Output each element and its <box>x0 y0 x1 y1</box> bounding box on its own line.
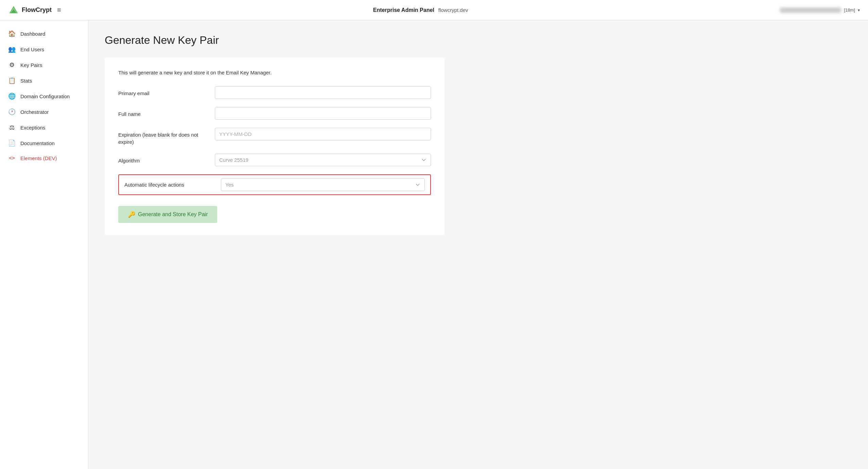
sidebar-item-documentation[interactable]: 📄 Documentation <box>0 135 88 151</box>
panel-title: Enterprise Admin Panel <box>373 7 434 13</box>
lifecycle-actions-control: Yes No <box>221 178 425 191</box>
expiration-control <box>215 128 431 140</box>
header-right: [18m] ▾ <box>780 7 860 13</box>
expiration-input[interactable] <box>215 128 431 140</box>
generate-store-button[interactable]: 🔑 Generate and Store Key Pair <box>118 206 217 223</box>
orchestrator-icon: 🕐 <box>8 108 16 116</box>
sidebar-item-stats[interactable]: 📋 Stats <box>0 73 88 88</box>
sidebar-label-orchestrator: Orchestrator <box>20 109 49 115</box>
home-icon: 🏠 <box>8 30 16 37</box>
sidebar-label-domain-configuration: Domain Configuration <box>20 93 70 99</box>
sidebar-label-dashboard: Dashboard <box>20 31 45 37</box>
form-card: This will generate a new key and store i… <box>105 57 445 235</box>
full-name-row: Full name <box>118 107 431 120</box>
sidebar-item-key-pairs[interactable]: ⚙ Key Pairs <box>0 57 88 73</box>
primary-email-input[interactable] <box>215 86 431 99</box>
generate-store-label: Generate and Store Key Pair <box>138 211 208 218</box>
user-email-blur <box>780 7 841 13</box>
logo-text: FlowCrypt <box>22 6 52 14</box>
lifecycle-actions-row: Automatic lifecycle actions Yes No <box>118 174 431 195</box>
sidebar-label-elements-dev: Elements (DEV) <box>20 155 57 161</box>
sidebar-item-domain-configuration[interactable]: 🌐 Domain Configuration <box>0 88 88 104</box>
main-content: Generate New Key Pair This will generate… <box>88 20 868 469</box>
exceptions-icon: ⚖ <box>8 124 16 131</box>
form-description: This will generate a new key and store i… <box>118 70 431 75</box>
expiration-row: Expiration (leave blank for does not exp… <box>118 128 431 145</box>
users-icon: 👥 <box>8 46 16 53</box>
page-title: Generate New Key Pair <box>105 34 852 47</box>
header-left: FlowCrypt ≡ <box>8 5 61 16</box>
sidebar-label-exceptions: Exceptions <box>20 125 45 131</box>
header-domain: flowcrypt.dev <box>438 7 468 13</box>
dev-icon: <> <box>8 155 16 161</box>
full-name-control <box>215 107 431 120</box>
sidebar-item-dashboard[interactable]: 🏠 Dashboard <box>0 26 88 41</box>
key-icon: 🔑 <box>128 211 135 218</box>
expiration-label: Expiration (leave blank for does not exp… <box>118 128 207 145</box>
logo-icon <box>8 5 19 16</box>
globe-icon: 🌐 <box>8 92 16 100</box>
primary-email-control <box>215 86 431 99</box>
sidebar-label-stats: Stats <box>20 78 32 84</box>
sidebar-item-orchestrator[interactable]: 🕐 Orchestrator <box>0 104 88 120</box>
sidebar-label-key-pairs: Key Pairs <box>20 62 42 68</box>
full-name-label: Full name <box>118 107 207 118</box>
primary-email-label: Primary email <box>118 86 207 97</box>
lifecycle-actions-select[interactable]: Yes No <box>221 178 425 191</box>
layout: 🏠 Dashboard 👥 End Users ⚙ Key Pairs 📋 St… <box>0 20 868 469</box>
algorithm-label: Algorithm <box>118 154 207 164</box>
sidebar-item-end-users[interactable]: 👥 End Users <box>0 41 88 57</box>
chevron-down-icon[interactable]: ▾ <box>858 8 860 13</box>
logo: FlowCrypt <box>8 5 52 16</box>
sidebar-label-end-users: End Users <box>20 47 44 52</box>
menu-icon[interactable]: ≡ <box>57 6 61 14</box>
key-pairs-icon: ⚙ <box>8 61 16 69</box>
sidebar-item-exceptions[interactable]: ⚖ Exceptions <box>0 120 88 135</box>
session-time: [18m] <box>844 7 855 13</box>
algorithm-select[interactable]: Curve 25519 RSA 2048 RSA 4096 <box>215 154 431 166</box>
algorithm-row: Algorithm Curve 25519 RSA 2048 RSA 4096 <box>118 154 431 166</box>
full-name-input[interactable] <box>215 107 431 120</box>
sidebar-item-elements-dev[interactable]: <> Elements (DEV) <box>0 151 88 165</box>
header-center: Enterprise Admin Panel flowcrypt.dev <box>373 7 468 13</box>
lifecycle-actions-label: Automatic lifecycle actions <box>124 181 213 188</box>
header: FlowCrypt ≡ Enterprise Admin Panel flowc… <box>0 0 868 20</box>
primary-email-row: Primary email <box>118 86 431 99</box>
stats-icon: 📋 <box>8 77 16 84</box>
documentation-icon: 📄 <box>8 139 16 147</box>
algorithm-control: Curve 25519 RSA 2048 RSA 4096 <box>215 154 431 166</box>
sidebar-label-documentation: Documentation <box>20 140 55 146</box>
sidebar: 🏠 Dashboard 👥 End Users ⚙ Key Pairs 📋 St… <box>0 20 88 469</box>
